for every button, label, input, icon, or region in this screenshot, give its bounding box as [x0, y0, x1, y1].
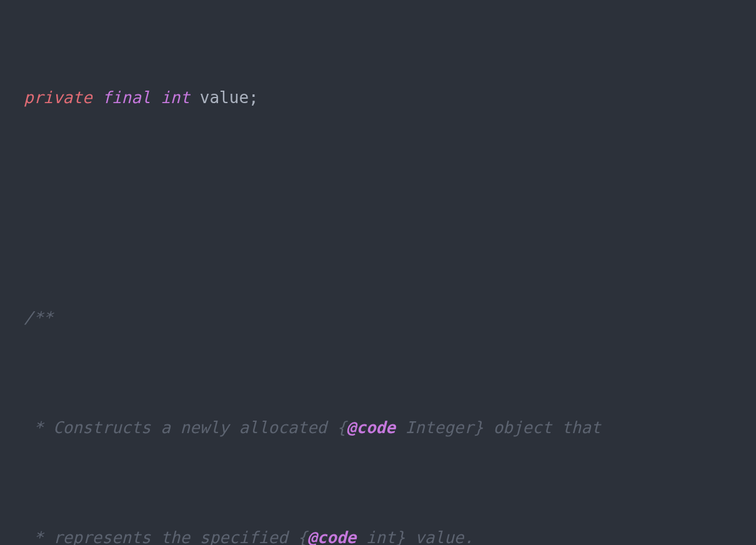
- code-line[interactable]: private final int value;: [0, 84, 756, 111]
- code-line-empty[interactable]: [0, 194, 756, 221]
- semicolon: ;: [249, 88, 259, 107]
- code-editor[interactable]: private final int value; /** * Construct…: [0, 0, 756, 545]
- identifier-value: value: [200, 88, 249, 107]
- javadoc-star: *: [24, 418, 53, 437]
- code-line[interactable]: * Constructs a newly allocated {@code In…: [0, 414, 756, 441]
- javadoc-text: represents the specified {: [53, 528, 307, 545]
- keyword-int: int: [161, 88, 190, 107]
- space: [190, 88, 200, 107]
- keyword-private: private: [24, 88, 92, 107]
- space: [92, 88, 102, 107]
- javadoc-tag-code: @code: [307, 528, 356, 545]
- code-line[interactable]: * represents the specified {@code int} v…: [0, 524, 756, 545]
- code-line[interactable]: /**: [0, 304, 756, 331]
- javadoc-open: /**: [24, 308, 53, 327]
- javadoc-tag-code: @code: [347, 418, 395, 437]
- javadoc-text: int} value.: [356, 528, 474, 545]
- javadoc-text: Constructs a newly allocated {: [53, 418, 347, 437]
- space: [151, 88, 161, 107]
- keyword-final: final: [102, 88, 151, 107]
- javadoc-text: Integer} object that: [395, 418, 601, 437]
- javadoc-star: *: [24, 528, 53, 545]
